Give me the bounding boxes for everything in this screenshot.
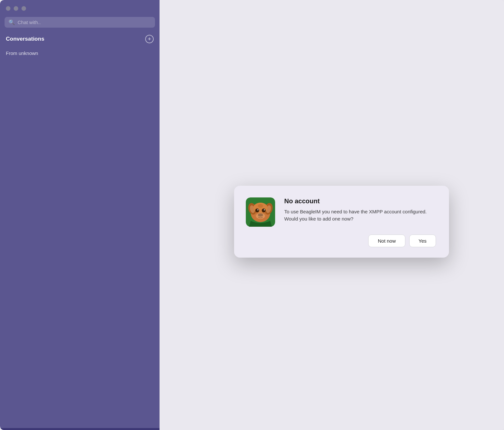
conversations-title: Conversations: [6, 36, 44, 42]
svg-point-8: [262, 208, 266, 212]
svg-point-10: [264, 209, 265, 210]
modal-title: No account: [284, 197, 436, 205]
app-icon: [246, 197, 275, 227]
not-now-button[interactable]: Not now: [368, 235, 405, 247]
search-icon: 🔍: [8, 20, 15, 25]
yes-button[interactable]: Yes: [409, 235, 436, 247]
conversations-header: Conversations +: [0, 32, 160, 48]
bottom-accent: [0, 428, 160, 430]
search-bar[interactable]: 🔍: [5, 17, 155, 28]
traffic-light-fullscreen[interactable]: [21, 6, 26, 11]
search-input[interactable]: [18, 20, 151, 25]
traffic-light-minimize[interactable]: [14, 6, 18, 11]
modal-text: No account To use BeagleIM you need to h…: [284, 197, 436, 223]
svg-point-12: [256, 213, 265, 219]
modal-dialog: No account To use BeagleIM you need to h…: [234, 186, 449, 258]
main-content: No account To use BeagleIM you need to h…: [160, 0, 504, 430]
modal-description: To use BeagleIM you need to have the XMP…: [284, 208, 436, 223]
modal-overlay: No account To use BeagleIM you need to h…: [160, 0, 504, 430]
titlebar: [0, 0, 160, 17]
svg-point-9: [257, 209, 259, 210]
add-conversation-button[interactable]: +: [145, 35, 154, 43]
modal-body: No account To use BeagleIM you need to h…: [246, 197, 436, 227]
modal-actions: Not now Yes: [246, 235, 436, 247]
from-unknown-label: From unknown: [0, 48, 160, 59]
traffic-light-close[interactable]: [6, 6, 10, 11]
svg-point-7: [255, 208, 259, 212]
app-window: 🔍 Conversations + From unknown: [0, 0, 504, 430]
svg-point-13: [258, 204, 263, 208]
sidebar: 🔍 Conversations + From unknown: [0, 0, 160, 430]
